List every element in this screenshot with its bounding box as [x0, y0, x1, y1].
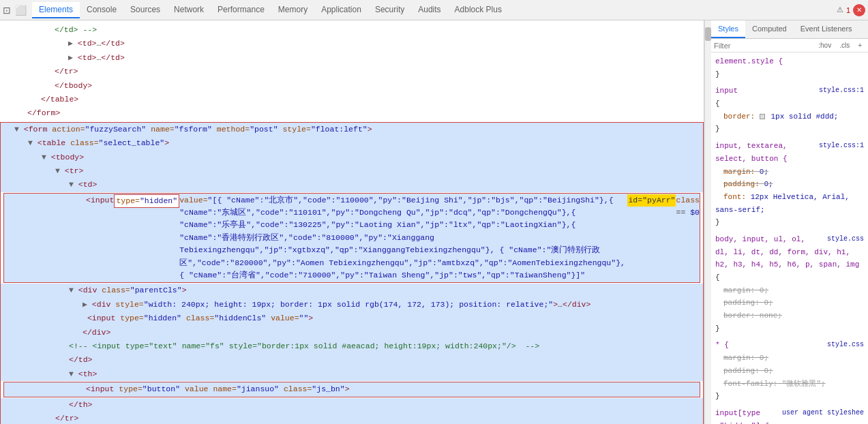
- style-selector: input[type: [715, 409, 760, 417]
- style-source: style.css:1: [819, 85, 864, 96]
- style-selector: body, input, ul, ol,: [715, 235, 805, 243]
- tab-performance[interactable]: Performance: [211, 2, 271, 18]
- style-prop: border:: [723, 112, 755, 121]
- tab-bar: ⊡ ⬜ Elements Console Sources Network Per…: [0, 0, 868, 20]
- styles-tabs: Styles Computed Event Listeners: [711, 20, 868, 39]
- dom-line: </td> -->: [0, 23, 704, 37]
- style-prop: font:: [723, 193, 746, 201]
- id-attr: id="pyArr": [627, 194, 676, 207]
- tab-styles[interactable]: Styles: [711, 20, 745, 38]
- dom-line-input-hidden: <input type="hidden" value="[{ "cName":"…: [4, 194, 700, 283]
- dom-line: ▼ <th>: [1, 367, 703, 381]
- tab-bar-right: ⚠ 1 ✕: [837, 4, 865, 16]
- dom-line: </tbody>: [0, 79, 704, 93]
- add-style-button[interactable]: +: [854, 40, 865, 50]
- color-swatch: [760, 114, 765, 119]
- style-rule: body, input, ul, ol, style.css dl, li, d…: [715, 233, 864, 335]
- style-selector: h2, h3, h4, h5, h6, p, span, img: [715, 260, 859, 269]
- tab-event-listeners[interactable]: Event Listeners: [794, 20, 859, 38]
- dom-panel[interactable]: </td> --> ▶ <td>…</td> ▶ <td>…</td> </tr…: [0, 20, 704, 424]
- right-panel: Styles Computed Event Listeners :hov .cl…: [711, 20, 868, 424]
- dom-line: <input type="hidden" class="hiddenCls" v…: [1, 312, 703, 325]
- style-selector: input: [715, 87, 738, 95]
- tab-network[interactable]: Network: [167, 2, 211, 18]
- style-rule: input, textarea, style.css:1 select, but…: [715, 140, 864, 229]
- main-layout: </td> --> ▶ <td>…</td> ▶ <td>…</td> </tr…: [0, 20, 868, 424]
- inspect-icon[interactable]: ⊡: [3, 5, 11, 16]
- style-selector: dl, li, dt, dd, form, div, h1,: [715, 248, 850, 256]
- input-highlight-box: <input type="hidden" value="[{ "cName":"…: [3, 193, 700, 284]
- dom-line: ▶ <td>…</td>: [0, 51, 704, 65]
- dom-line: ▼ <tbody>: [1, 151, 703, 164]
- style-source: style.css: [827, 233, 864, 245]
- tab-elements[interactable]: Elements: [32, 2, 80, 18]
- counter-badge: ⚠: [837, 5, 843, 14]
- device-icon[interactable]: ⬜: [15, 5, 27, 16]
- tab-memory[interactable]: Memory: [271, 2, 314, 18]
- tab-console[interactable]: Console: [80, 2, 123, 18]
- dom-line: ▶ <td>…</td>: [0, 37, 704, 50]
- dom-line: ▼ <form action="fuzzySearch" name="fsfor…: [1, 123, 703, 136]
- tab-computed[interactable]: Computed: [745, 20, 794, 38]
- tab-application[interactable]: Application: [314, 2, 368, 18]
- dom-line: </table>: [0, 93, 704, 106]
- style-rule: * { style.css margin: 0; padding: 0; fon…: [715, 339, 864, 402]
- dom-line-input-button: <input type="button" value name="jiansuo…: [4, 382, 700, 396]
- style-selector: element.style {: [715, 57, 783, 65]
- tab-adblock[interactable]: Adblock Plus: [448, 2, 509, 18]
- dom-line: ▼ <tr>: [1, 164, 703, 178]
- button-highlight-box: <input type="button" value name="jiansuo…: [3, 382, 700, 397]
- tab-sources[interactable]: Sources: [123, 2, 167, 18]
- tab-security[interactable]: Security: [368, 2, 411, 18]
- dom-line: ▶ <div style="width: 240px; height: 19px…: [1, 298, 703, 312]
- hov-button[interactable]: :hov: [815, 40, 835, 50]
- style-selector: select, button {: [715, 155, 788, 163]
- type-attr: type="hidden": [114, 194, 179, 208]
- style-selector: * {: [715, 341, 729, 349]
- close-devtools-button[interactable]: ✕: [853, 4, 865, 16]
- style-selector: ="hidden"] {: [715, 422, 769, 424]
- scrollbar-thumb: [705, 27, 711, 41]
- form-highlight-box: ▼ <form action="fuzzySearch" name="fsfor…: [0, 122, 704, 424]
- dom-line: </td>: [1, 353, 703, 367]
- style-source: style.css: [827, 339, 864, 350]
- dom-line: </div>: [1, 326, 703, 339]
- dom-line: </tr>: [1, 412, 703, 424]
- dom-scrollbar[interactable]: [704, 20, 711, 424]
- styles-content: element.style { } input style.css:1 { bo…: [711, 52, 868, 424]
- style-selector: input, textarea,: [715, 142, 788, 150]
- filter-input[interactable]: [714, 42, 812, 50]
- dom-line: </form>: [0, 106, 704, 120]
- dom-line: ▼ <td>: [1, 178, 703, 192]
- cls-button[interactable]: .cls: [836, 40, 853, 50]
- style-rule: input[type user agent styleshee ="hidden…: [715, 407, 864, 424]
- style-rule: element.style { }: [715, 55, 864, 80]
- filter-buttons: :hov .cls +: [815, 40, 865, 50]
- dom-line: </th>: [1, 398, 703, 412]
- dom-line: </tr>: [0, 65, 704, 78]
- dom-line: ▼ <div class="parentCls">: [1, 284, 703, 297]
- style-val: 1px solid #ddd;: [770, 112, 838, 121]
- dom-line: <!-- <input type="text" name="fs" style=…: [1, 339, 703, 353]
- style-rule: input style.css:1 { border: 1px solid #d…: [715, 85, 864, 136]
- dom-line: ▼ <table class="select_table">: [1, 136, 703, 150]
- filter-bar: :hov .cls +: [711, 39, 868, 52]
- devtools-icons: ⊡ ⬜: [3, 5, 32, 16]
- tab-audits[interactable]: Audits: [411, 2, 447, 18]
- style-source: style.css:1: [819, 140, 864, 151]
- style-source: user agent styleshee: [782, 407, 864, 419]
- counter-value: 1: [846, 6, 850, 14]
